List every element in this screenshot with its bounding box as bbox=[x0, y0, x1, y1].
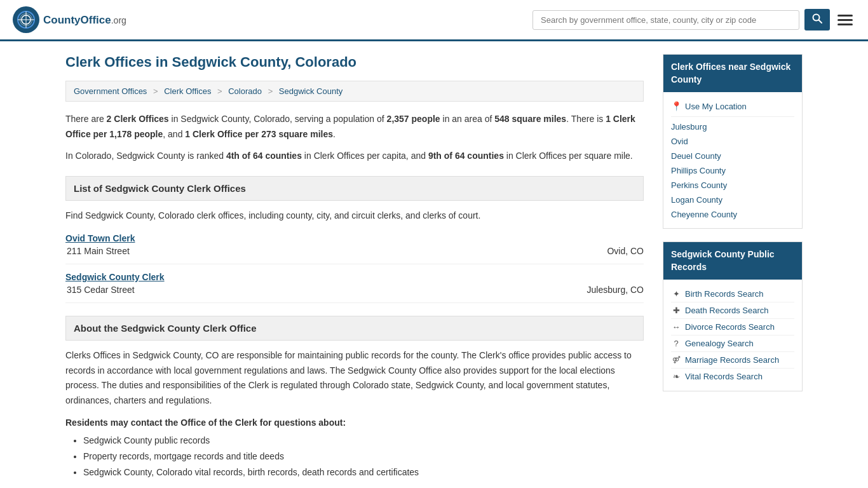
rank2: 9th of 64 counties bbox=[428, 151, 504, 161]
nearby-link-deuel[interactable]: Deuel County bbox=[671, 149, 794, 163]
nearby-link-label: Cheyenne County bbox=[671, 210, 737, 219]
location-icon: 📍 bbox=[671, 101, 681, 111]
marriage-records-label: Marriage Records Search bbox=[685, 355, 779, 365]
breadcrumb-item-clerk[interactable]: Clerk Offices bbox=[164, 86, 211, 96]
list-section-header: List of Sedgwick County Clerk Offices bbox=[65, 176, 644, 201]
breadcrumb-sep: > bbox=[153, 86, 158, 96]
logo-area: CountyOffice.org bbox=[13, 6, 126, 33]
page-title: Clerk Offices in Sedgwick County, Colora… bbox=[65, 54, 644, 71]
logo-icon bbox=[13, 6, 39, 33]
svg-line-5 bbox=[819, 20, 822, 24]
about-section: About the Sedgwick County Clerk Office C… bbox=[65, 316, 644, 481]
nearby-link-phillips[interactable]: Phillips County bbox=[671, 163, 794, 178]
nearby-body: 📍 Use My Location Julesburg Ovid Deuel C… bbox=[663, 92, 802, 228]
birth-icon: ✦ bbox=[671, 289, 681, 299]
marriage-records-link[interactable]: ⚤ Marriage Records Search bbox=[671, 352, 794, 369]
find-text: Find Sedgwick County, Colorado clerk off… bbox=[65, 208, 644, 222]
marriage-icon: ⚤ bbox=[671, 356, 681, 364]
offices-count: 2 Clerk Offices bbox=[107, 114, 169, 124]
genealogy-label: Genealogy Search bbox=[685, 339, 754, 348]
nearby-link-logan[interactable]: Logan County bbox=[671, 193, 794, 207]
search-button[interactable] bbox=[804, 9, 830, 30]
clerk-city-2: Julesburg, CO bbox=[587, 285, 644, 295]
divorce-records-link[interactable]: ↔ Divorce Records Search bbox=[671, 319, 794, 336]
rank1: 4th of 64 counties bbox=[226, 151, 302, 161]
breadcrumb-sep: > bbox=[217, 86, 222, 96]
nearby-link-julesburg[interactable]: Julesburg bbox=[671, 119, 794, 134]
menu-button[interactable] bbox=[835, 12, 855, 28]
intro-text: There are 2 Clerk Offices in Sedgwick Co… bbox=[65, 112, 644, 142]
death-icon: ✚ bbox=[671, 306, 681, 315]
breadcrumb-item-sedgwick[interactable]: Sedgwick County bbox=[279, 86, 342, 96]
records-body: ✦ Birth Records Search ✚ Death Records S… bbox=[663, 280, 802, 391]
logo-text: CountyOffice.org bbox=[43, 13, 126, 27]
content-area: Clerk Offices in Sedgwick County, Colora… bbox=[65, 54, 644, 481]
birth-records-link[interactable]: ✦ Birth Records Search bbox=[671, 286, 794, 302]
birth-records-label: Birth Records Search bbox=[685, 289, 764, 299]
records-box: Sedgwick County Public Records ✦ Birth R… bbox=[663, 241, 803, 391]
genealogy-link[interactable]: ? Genealogy Search bbox=[671, 336, 794, 352]
death-records-link[interactable]: ✚ Death Records Search bbox=[671, 302, 794, 319]
clerk-city-1: Ovid, CO bbox=[607, 246, 644, 256]
nearby-link-label: Deuel County bbox=[671, 151, 721, 161]
divorce-icon: ↔ bbox=[671, 322, 681, 332]
use-my-location-label: Use My Location bbox=[685, 102, 747, 111]
ranking-text: In Colorado, Sedgwick County is ranked 4… bbox=[65, 149, 644, 164]
genealogy-icon: ? bbox=[671, 339, 681, 348]
list-item: Sedgwick County, Colorado vital records,… bbox=[83, 464, 644, 480]
records-header: Sedgwick County Public Records bbox=[663, 242, 802, 280]
search-area bbox=[532, 9, 855, 30]
nearby-link-label: Julesburg bbox=[671, 122, 707, 132]
per-area: 1 Clerk Office per 273 square miles bbox=[185, 129, 333, 139]
clerk-entry: Ovid Town Clerk 211 Main Street Ovid, CO bbox=[65, 233, 644, 264]
breadcrumb: Government Offices > Clerk Offices > Col… bbox=[65, 81, 644, 102]
residents-label: Residents may contact the Office of the … bbox=[65, 417, 644, 428]
vital-records-label: Vital Records Search bbox=[685, 372, 763, 381]
nearby-link-label: Phillips County bbox=[671, 166, 726, 175]
clerk-address-2: 315 Cedar Street bbox=[67, 285, 135, 295]
list-item: Property records, mortgage records and t… bbox=[83, 449, 644, 464]
menu-icon-line bbox=[837, 24, 853, 25]
search-input[interactable] bbox=[532, 10, 799, 30]
nearby-link-label: Perkins County bbox=[671, 180, 727, 190]
nearby-link-label: Logan County bbox=[671, 195, 722, 205]
nearby-link-label: Ovid bbox=[671, 137, 688, 146]
breadcrumb-sep: > bbox=[268, 86, 273, 96]
divider bbox=[671, 116, 794, 117]
menu-icon-line bbox=[837, 15, 853, 17]
population: 2,357 people bbox=[387, 114, 440, 124]
use-my-location-link[interactable]: 📍 Use My Location bbox=[671, 98, 794, 114]
search-icon bbox=[812, 13, 822, 24]
about-text: Clerks Offices in Sedgwick County, CO ar… bbox=[65, 348, 644, 409]
nearby-link-perkins[interactable]: Perkins County bbox=[671, 178, 794, 193]
nearby-link-ovid[interactable]: Ovid bbox=[671, 134, 794, 149]
area: 548 square miles bbox=[494, 114, 566, 124]
nearby-header: Clerk Offices near Sedgwick County bbox=[663, 55, 802, 92]
clerk-entry: Sedgwick County Clerk 315 Cedar Street J… bbox=[65, 272, 644, 303]
divorce-records-label: Divorce Records Search bbox=[685, 322, 775, 332]
death-records-label: Death Records Search bbox=[685, 306, 769, 315]
about-section-header: About the Sedgwick County Clerk Office bbox=[65, 316, 644, 341]
main-layout: Clerk Offices in Sedgwick County, Colora… bbox=[53, 41, 815, 488]
clerk-name-1[interactable]: Ovid Town Clerk bbox=[65, 233, 135, 243]
menu-icon-line bbox=[837, 19, 853, 21]
breadcrumb-item-colorado[interactable]: Colorado bbox=[228, 86, 262, 96]
nearby-box: Clerk Offices near Sedgwick County 📍 Use… bbox=[663, 54, 803, 229]
vital-records-link[interactable]: ❧ Vital Records Search bbox=[671, 369, 794, 384]
breadcrumb-item-govt[interactable]: Government Offices bbox=[74, 86, 147, 96]
residents-list: Sedgwick County public records Property … bbox=[65, 433, 644, 481]
clerk-address-1: 211 Main Street bbox=[67, 246, 130, 256]
list-item: Sedgwick County public records bbox=[83, 433, 644, 449]
nearby-link-cheyenne[interactable]: Cheyenne County bbox=[671, 207, 794, 222]
site-header: CountyOffice.org bbox=[0, 0, 868, 41]
clerk-row-2: 315 Cedar Street Julesburg, CO bbox=[65, 285, 644, 295]
clerk-name-2[interactable]: Sedgwick County Clerk bbox=[65, 272, 165, 282]
vital-icon: ❧ bbox=[671, 372, 681, 381]
clerk-row-1: 211 Main Street Ovid, CO bbox=[65, 246, 644, 256]
sidebar: Clerk Offices near Sedgwick County 📍 Use… bbox=[663, 54, 803, 481]
